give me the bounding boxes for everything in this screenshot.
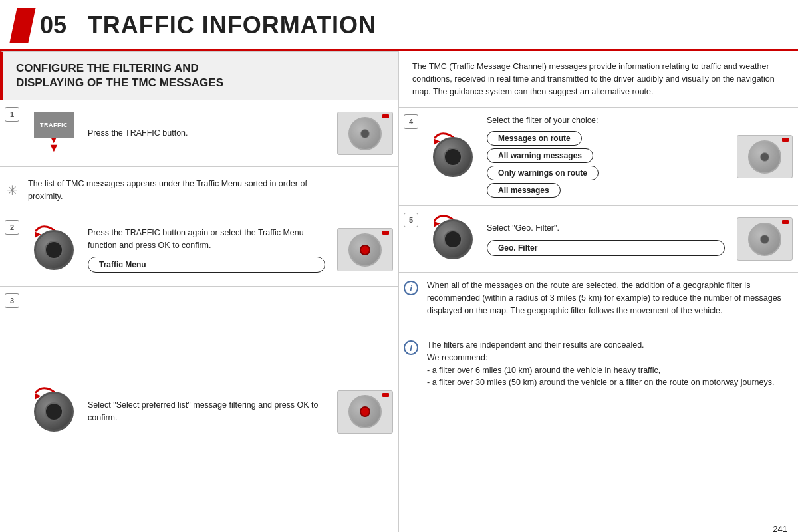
- step-4-knob-wrap: [430, 134, 476, 180]
- knob-inner-4: [444, 148, 462, 166]
- knob-image: [348, 117, 382, 150]
- step-2-num-col: 2: [0, 213, 24, 286]
- step-5-row: 5 Select "Geo. Filter". Geo. Filter: [399, 206, 798, 273]
- device-image-2: [337, 228, 393, 271]
- knob-image-2: [348, 233, 382, 267]
- knob-center-5: [760, 235, 769, 244]
- section-heading: CONFIGURE THE FILTERING AND DISPLAYING O…: [0, 51, 398, 100]
- traffic-button-icon: TRAFFIC: [34, 112, 74, 138]
- knob-inner-5: [444, 230, 462, 249]
- knob-icon-2: [34, 230, 74, 270]
- step-4-row: 4 Select the filter of your choice: Mess…: [399, 108, 798, 206]
- step-3-row: 3 Select "Select preferred list" message…: [0, 287, 398, 532]
- device-image-4: [737, 135, 793, 178]
- knob-icon-3: [34, 392, 74, 432]
- device-accent-4: [782, 138, 789, 142]
- step-5-text: Select "Geo. Filter".: [487, 222, 725, 235]
- device-image-1: [337, 112, 393, 155]
- info-1-badge: i: [404, 281, 418, 295]
- info-2-bullet1: - a filter over 6 miles (10 km) around t…: [427, 366, 660, 375]
- step-3-knob-wrap: [31, 388, 77, 435]
- device-accent-2: [382, 231, 389, 235]
- knob-dot-3: [360, 406, 370, 417]
- knob-dot-2: [360, 245, 370, 255]
- device-image-5: [737, 217, 793, 261]
- sun-icon: ✳: [7, 182, 18, 198]
- header-accent: [9, 8, 35, 43]
- step-1-content: Press the TRAFFIC button.: [84, 100, 332, 166]
- step-3-num-col: 3: [0, 287, 24, 532]
- step-star-num-col: ✳: [0, 176, 24, 205]
- filter-list: Messages on route All warning messages O…: [487, 130, 725, 199]
- step-2-text: Press the TRAFFIC button again or select…: [88, 227, 325, 252]
- knob-icon-5: [433, 219, 473, 259]
- step-2-knob-wrap: [31, 227, 77, 273]
- step-4-icon-col: [423, 108, 483, 205]
- step-3-badge: 3: [5, 293, 19, 308]
- step-2-content: Press the TRAFFIC button again or select…: [84, 213, 332, 286]
- section-title: CONFIGURE THE FILTERING AND DISPLAYING O…: [16, 61, 384, 90]
- chapter-number: 05: [40, 11, 66, 39]
- step-2-row: 2 Press the TRAFFIC button again or sele…: [0, 213, 398, 287]
- device-accent-5: [782, 220, 789, 224]
- info-2-bullet2: - a filter over 30 miles (50 km) around …: [427, 378, 774, 387]
- step-4-badge: 4: [404, 114, 418, 129]
- page-title: TRAFFIC INFORMATION: [88, 11, 376, 39]
- step-5-num-col: 5: [399, 206, 423, 272]
- filter-only-warnings: Only warnings on route: [487, 166, 598, 180]
- page-number: 241: [399, 521, 798, 532]
- step-star-content: The list of TMC messages appears under t…: [24, 171, 332, 209]
- page-number-text: 241: [773, 524, 787, 532]
- step-4-content: Select the filter of your choice: Messag…: [483, 108, 732, 205]
- knob-icon-4: [433, 137, 473, 177]
- intro-text-content: The TMC (Traffic Message Channel) messag…: [412, 62, 775, 96]
- step-5-icon-col: [423, 206, 483, 272]
- device-accent: [382, 114, 389, 118]
- knob-inner-2: [45, 241, 63, 259]
- device-image-3: [337, 390, 393, 434]
- knob-image-3: [348, 395, 382, 428]
- filter-all-warning: All warning messages: [487, 148, 593, 163]
- traffic-menu-btn: Traffic Menu: [88, 257, 325, 273]
- step-4-text: Select the filter of your choice:: [487, 114, 725, 127]
- step-1-icon-col: TRAFFIC ▼: [24, 100, 84, 166]
- step-3-text: Select "Select preferred list" message f…: [88, 399, 325, 424]
- info-2-content: The filters are independent and their re…: [423, 332, 798, 521]
- step-5-knob-wrap: [430, 216, 476, 263]
- knob-inner-3: [45, 402, 63, 421]
- info-2-text-intro: The filters are independent and their re…: [427, 340, 644, 350]
- step-2-badge: 2: [5, 220, 19, 235]
- main-content: CONFIGURE THE FILTERING AND DISPLAYING O…: [0, 51, 798, 532]
- step-1-text: Press the TRAFFIC button.: [88, 127, 325, 140]
- page-header: 05 TRAFFIC INFORMATION: [0, 0, 798, 51]
- step-5-content: Select "Geo. Filter". Geo. Filter: [483, 206, 732, 272]
- step-5-badge: 5: [404, 213, 418, 227]
- step-2-icon-col: [24, 213, 84, 286]
- step-1-row: 1 TRAFFIC ▼ Press the TRAFFIC button.: [0, 100, 398, 167]
- info-2-num-col: i: [399, 332, 423, 521]
- knob-center-4: [760, 152, 769, 162]
- knob-image-5: [748, 223, 781, 256]
- step-1-image: [332, 100, 398, 166]
- info-1-content: When all of the messages on the route ar…: [423, 273, 798, 332]
- step-star-text: The list of TMC messages appears under t…: [28, 179, 307, 201]
- geo-filter-btn: Geo. Filter: [487, 240, 725, 256]
- step-3-image: [332, 287, 398, 532]
- step-1-num-col: 1: [0, 100, 24, 166]
- step-2-image: [332, 213, 398, 286]
- right-column: The TMC (Traffic Message Channel) messag…: [399, 51, 798, 532]
- intro-text: The TMC (Traffic Message Channel) messag…: [399, 51, 798, 108]
- device-accent-3: [382, 393, 389, 397]
- step-3-icon-col: [24, 287, 84, 532]
- step-4-image: [732, 108, 798, 205]
- knob-center: [360, 129, 370, 138]
- info-2-badge: i: [404, 340, 418, 355]
- filter-messages-on-route: Messages on route: [487, 131, 582, 146]
- step-1-badge: 1: [5, 107, 19, 122]
- info-2-recommend: We recommend:: [427, 353, 487, 362]
- knob-image-4: [748, 140, 781, 174]
- traffic-button-wrap: TRAFFIC ▼: [34, 112, 74, 155]
- filter-all-messages: All messages: [487, 183, 561, 198]
- info-1-text: When all of the messages on the route ar…: [427, 281, 781, 315]
- step-5-image: [732, 206, 798, 272]
